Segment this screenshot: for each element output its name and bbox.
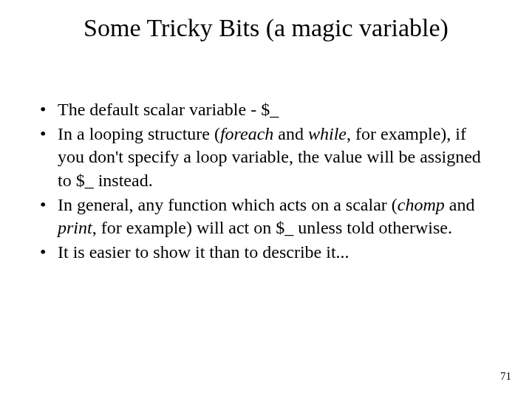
slide-body: The default scalar variable - $_ In a lo… — [0, 42, 532, 264]
bullet-text: It is easier to show it than to describe… — [58, 242, 349, 262]
page-number: 71 — [500, 370, 511, 383]
bullet-text-part: In general, any function which acts on a… — [58, 195, 398, 214]
bullet-item: In a looping structure (foreach and whil… — [37, 123, 495, 192]
bullet-item: The default scalar variable - $_ — [37, 98, 495, 121]
bullet-item: In general, any function which acts on a… — [37, 194, 495, 239]
bullet-text-italic: chomp — [398, 195, 445, 214]
bullet-text-part: and — [445, 195, 475, 214]
bullet-text-part: In a looping structure ( — [58, 124, 220, 143]
bullet-text-italic: foreach — [220, 124, 273, 143]
bullet-list: The default scalar variable - $_ In a lo… — [37, 98, 495, 264]
bullet-text-italic: while — [308, 124, 347, 143]
bullet-text: The default scalar variable - $_ — [58, 100, 279, 119]
bullet-item: It is easier to show it than to describe… — [37, 241, 495, 264]
bullet-text-part: and — [273, 124, 308, 143]
bullet-text-italic: print — [58, 218, 92, 237]
slide-title: Some Tricky Bits (a magic variable) — [0, 0, 532, 42]
bullet-text-part: , for example) will act on $_ unless tol… — [92, 218, 452, 237]
